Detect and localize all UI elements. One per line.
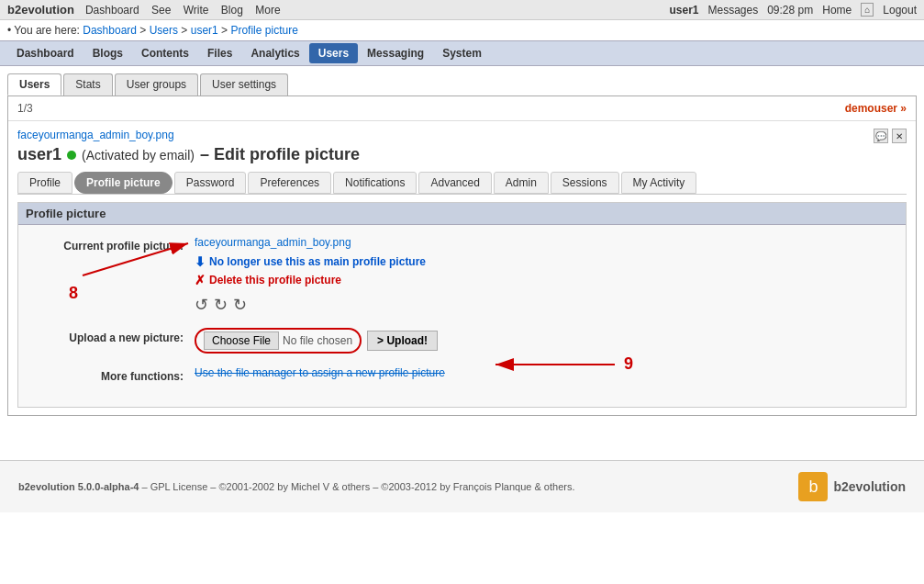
panel: 1/3 demouser » 💬 ✕ faceyourmanga_admin_b… [7,95,917,416]
pagination: 1/3 [17,102,33,115]
main-nav-system[interactable]: System [433,43,491,63]
profile-picture-section: Profile picture 8 9 [17,202,907,408]
current-picture-label: Current profile picture: [29,236,195,253]
x-icon: ✗ [195,273,206,287]
sub-tabs: Users Stats User groups User settings [7,73,917,95]
topbar-right: user1 Messages 09:28 pm Home ⌂ Logout [669,3,917,17]
file-input-wrapper: Choose File No file chosen [195,328,362,354]
panel-inner: 💬 ✕ faceyourmanga_admin_boy.png user1 (A… [8,121,916,415]
footer-separator2: – [210,481,218,492]
no-longer-use-text[interactable]: No longer use this as main profile pictu… [209,255,426,268]
status-label: Activated by email [86,148,191,163]
main-nav-dashboard[interactable]: Dashboard [7,43,83,63]
rotate-icons: ↺ ↻ ↻ [195,295,895,315]
status-text: (Activated by email) [82,148,195,163]
footer-text: b2evolution 5.0.0-alpha-4 – GPL License … [18,481,575,492]
more-functions-row: More functions: Use the file manager to … [29,366,895,383]
main-nav-blogs[interactable]: Blogs [83,43,132,63]
breadcrumb-prefix: • You are here: [7,24,80,37]
nav-more[interactable]: More [255,4,280,17]
main-nav-analytics[interactable]: Analytics [241,43,308,63]
edit-title: user1 (Activated by email) – Edit profil… [17,145,907,164]
close-icon[interactable]: ✕ [892,129,907,143]
nav-dashboard[interactable]: Dashboard [85,4,139,17]
footer-version: b2evolution 5.0.0-alpha-4 [18,481,139,492]
top-nav: Dashboard See Write Blog More [85,4,290,17]
filename-link[interactable]: faceyourmanga_admin_boy.png [17,129,174,141]
ptab-notifications[interactable]: Notifications [333,172,417,194]
top-bar: b2evolution Dashboard See Write Blog Mor… [0,0,924,20]
main-nav-messaging[interactable]: Messaging [358,43,433,63]
footer-logo-icon: b [798,472,828,501]
tab-users[interactable]: Users [7,73,61,95]
status-dot [67,151,76,160]
pp-section-title: Profile picture [18,203,906,225]
tab-stats[interactable]: Stats [63,73,112,95]
footer-license: GPL License [150,481,208,492]
current-picture-link[interactable]: faceyourmanga_admin_boy.png [195,236,351,249]
footer-logo-text: b2evolution [833,479,906,494]
demouser-link: demouser » [845,102,907,115]
demouser-anchor[interactable]: demouser » [845,102,907,115]
main-nav-contents[interactable]: Contents [132,43,198,63]
choose-file-button[interactable]: Choose File [204,331,279,350]
current-picture-value: faceyourmanga_admin_boy.png ⬇ No longer … [195,236,895,315]
footer-copyright: ©2001-2002 by Michel V & others – ©2003-… [219,481,575,492]
panel-icons: 💬 ✕ [874,129,907,143]
current-picture-row: Current profile picture: faceyourmanga_a… [29,236,895,315]
breadcrumb-profile-picture[interactable]: Profile picture [230,24,297,37]
home-link[interactable]: Home [822,4,852,17]
tab-user-groups[interactable]: User groups [115,73,198,95]
profile-tabs: Profile Profile picture Password Prefere… [17,172,907,195]
delete-picture-text[interactable]: Delete this profile picture [209,274,341,286]
main-nav-users[interactable]: Users [309,43,358,63]
panel-header: 1/3 demouser » [8,96,916,121]
upload-row-container: Upload a new picture: Choose File No fil… [29,328,895,354]
ptab-admin[interactable]: Admin [494,172,549,194]
ptab-sessions[interactable]: Sessions [551,172,619,194]
breadcrumb-dashboard[interactable]: Dashboard [83,24,137,37]
username-title: user1 [17,145,61,164]
comment-icon[interactable]: 💬 [874,129,888,143]
rotate-left-icon[interactable]: ↺ [195,295,208,315]
upload-value: Choose File No file chosen > Upload! [195,328,895,354]
nav-write[interactable]: Write [184,4,209,17]
app-logo: b2evolution [7,3,74,17]
ptab-profile[interactable]: Profile [17,172,72,194]
more-functions-label: More functions: [29,366,195,383]
home-icon: ⌂ [861,3,874,17]
nav-blog[interactable]: Blog [221,4,243,17]
upload-controls: Choose File No file chosen > Upload! [195,328,895,354]
breadcrumb-user1[interactable]: user1 [191,24,218,37]
no-file-text: No file chosen [283,334,352,347]
content: Users Stats User groups User settings 1/… [0,66,924,423]
ptab-profile-picture[interactable]: Profile picture [74,172,173,194]
current-user: user1 [669,4,698,17]
delete-picture: ✗ Delete this profile picture [195,273,895,287]
rotate-right-icon[interactable]: ↻ [233,295,247,315]
filename-row: faceyourmanga_admin_boy.png [17,129,907,141]
main-nav-files[interactable]: Files [198,43,241,63]
no-longer-use: ⬇ No longer use this as main profile pic… [195,254,895,269]
upload-button[interactable]: > Upload! [367,331,438,351]
breadcrumb-users[interactable]: Users [150,24,178,37]
pp-body: 8 9 Current profile picture: faceyourman… [18,225,906,407]
footer: b2evolution 5.0.0-alpha-4 – GPL License … [0,460,924,512]
logout-link[interactable]: Logout [883,4,917,17]
nav-see[interactable]: See [151,4,171,17]
ptab-password[interactable]: Password [174,172,247,194]
messages-link[interactable]: Messages [707,4,758,17]
more-functions-value: Use the file manager to assign a new pro… [195,366,895,379]
current-time: 09:28 pm [767,4,813,17]
ptab-my-activity[interactable]: My Activity [621,172,697,194]
ptab-preferences[interactable]: Preferences [248,172,331,194]
ptab-advanced[interactable]: Advanced [418,172,491,194]
upload-label: Upload a new picture: [29,328,195,344]
rotate-reset-icon[interactable]: ↻ [214,295,228,315]
more-functions-link[interactable]: Use the file manager to assign a new pro… [195,366,445,379]
footer-separator1: – [141,481,150,492]
edit-title-suffix: – Edit profile picture [200,145,360,164]
main-nav: Dashboard Blogs Contents Files Analytics… [0,40,924,66]
tab-user-settings[interactable]: User settings [200,73,288,95]
footer-logo: b b2evolution [798,472,906,501]
